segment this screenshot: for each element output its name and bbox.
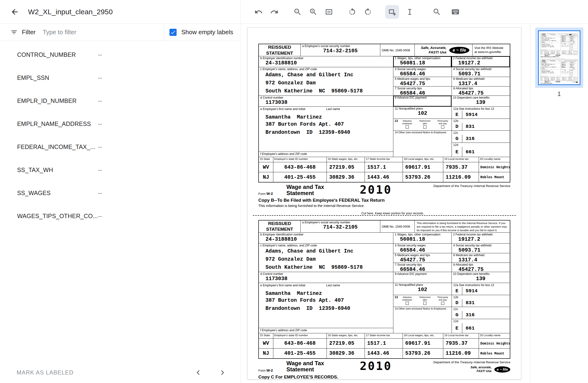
document-page[interactable]: REISSUED STATEMENT a Employee's social s… xyxy=(247,27,521,380)
w2-form-copy: REISSUED STATEMENT a Employee's social s… xyxy=(258,220,510,380)
w2-box-11: 11 Nonqualified plans 102 xyxy=(393,107,452,119)
w2-box-12d: 12d E 661 xyxy=(452,142,510,157)
w2-box-b-value: 24-3188810 xyxy=(260,236,392,242)
label-row-emplr-id-number[interactable]: EMPLR_ID_NUMBER -- xyxy=(0,94,241,117)
keyboard-icon xyxy=(451,8,460,16)
label-list: CONTROL_NUMBER -- EMPL_SSN -- EMPLR_ID_N… xyxy=(0,41,241,362)
w2-box-1-value: 56081.18 xyxy=(395,60,450,66)
thumbnail-panel: REISSUED STATEMENT a Employee's social s… xyxy=(530,24,588,383)
label-row-federal-income-tax[interactable]: FEDERAL_INCOME_TAX_... -- xyxy=(0,140,241,163)
zoom-out-button[interactable] xyxy=(291,5,304,19)
bounding-box-tool-button[interactable] xyxy=(385,5,399,19)
undo-button[interactable] xyxy=(252,5,266,19)
w2-box-3: 3 Social security wages 66584.46 xyxy=(393,243,452,253)
w2-box-12b: 12b D 831 xyxy=(452,295,510,307)
rotate-right-button[interactable] xyxy=(361,5,375,19)
show-empty-labels-control: Show empty labels xyxy=(164,24,241,41)
cut-line: Cut here. Keep lower portion for your re… xyxy=(253,211,516,216)
w2-box-12c: 12c G 316 xyxy=(452,307,510,319)
w2-box-10: 10 Dependent care benefits 139 xyxy=(451,96,510,106)
w2-box-3: 3 Social security wages 66584.46 xyxy=(393,67,452,77)
w2-box-a: a Employee's social security number 714-… xyxy=(300,44,380,56)
label-row-wages-tips-other[interactable]: WAGES_TIPS_OTHER_CO... -- xyxy=(0,209,241,232)
fit-to-page-button[interactable] xyxy=(322,5,336,19)
w2-box-5: 5 Medicare wages and tips 45427.75 xyxy=(393,253,452,262)
chevron-left-icon xyxy=(193,368,203,377)
w2-box-d: d Control number 1173038 xyxy=(259,272,393,283)
w2-footer: Form W-2 Wage and Tax Statement 2010 Dep… xyxy=(258,360,510,373)
rotate-right-icon xyxy=(364,8,372,16)
w2-box-13: 13 Statutory employee Retirement plan xyxy=(393,295,452,307)
text-select-tool-button[interactable] xyxy=(403,5,417,19)
w2-treasury-note: Department of the Treasury–Internal Reve… xyxy=(392,184,510,188)
w2-omb-number: OMB No. 1545-0008 xyxy=(380,44,415,56)
zoom-in-button[interactable] xyxy=(306,5,320,19)
show-empty-labels-checkbox[interactable] xyxy=(169,29,177,36)
show-empty-labels-label: Show empty labels xyxy=(181,28,233,36)
w2-furnishing-notice: This information is being furnished to t… xyxy=(415,221,510,232)
arrow-back-icon xyxy=(10,8,19,16)
w2-box-1: 1 Wages, tips, other compensation 56081.… xyxy=(393,56,451,67)
next-document-button[interactable] xyxy=(218,368,227,377)
w2-form-title: Wage and Tax Statement xyxy=(286,184,324,197)
label-row-control-number[interactable]: CONTROL_NUMBER -- xyxy=(0,48,241,71)
filter-label: Filter xyxy=(22,28,36,36)
label-row-ss-wages[interactable]: SS_WAGES -- xyxy=(0,186,241,209)
w2-state-table-header: 15 State Employer's state ID number 16 S… xyxy=(259,333,510,338)
w2-box-d-value: 1173038 xyxy=(260,276,392,282)
w2-box-a: a Employee's social security number 714-… xyxy=(300,221,380,232)
w2-box-1-value: 56081.18 xyxy=(395,236,450,242)
search-button[interactable] xyxy=(430,5,444,19)
zoom-in-icon xyxy=(309,8,317,16)
page-thumbnail[interactable]: REISSUED STATEMENT a Employee's social s… xyxy=(535,28,583,88)
w2-tax-year: 2010 xyxy=(360,184,392,195)
w2-tax-year: 2010 xyxy=(360,360,392,372)
w2-state-row-2: NJ 401-25-455 30829.36 1443.46 53793.26 … xyxy=(259,348,510,358)
label-row-ss-tax-wh[interactable]: SS_TAX_WH -- xyxy=(0,163,241,186)
w2-retirement-plan: Retirement plan xyxy=(416,119,434,130)
w2-box-12c: 12c G 316 xyxy=(452,131,510,142)
mark-as-labeled-button[interactable]: MARK AS LABELED xyxy=(17,369,73,376)
w2-box-2: 2 Federal income tax withheld 19127.2 xyxy=(451,56,510,67)
w2-box-2: 2 Federal income tax withheld 19127.2 xyxy=(451,233,510,243)
efile-logo: e ~ file xyxy=(494,366,510,373)
fit-icon xyxy=(325,8,333,16)
w2-state-row-2: NJ 401-25-455 30829.36 1443.46 53793.26 … xyxy=(259,172,510,182)
chevron-right-icon xyxy=(218,368,227,377)
back-button[interactable] xyxy=(9,6,21,18)
w2-copy-c-slot: REISSUED STATEMENT a Employee's social s… xyxy=(258,220,510,380)
w2-box-c: c Employer's name, address, and ZIP code… xyxy=(259,67,393,96)
rotate-left-icon xyxy=(348,8,357,16)
w2-box-b: b Employer identification number 24-3188… xyxy=(259,233,393,243)
label-row-empl-ssn[interactable]: EMPL_SSN -- xyxy=(0,71,241,94)
redo-button[interactable] xyxy=(267,5,281,19)
w2-box-2-value: 19127.2 xyxy=(453,60,508,66)
w2-box-f: f Employee's address and ZIP code xyxy=(259,152,393,157)
check-icon xyxy=(170,29,176,35)
w2-box-4: 4 Social security tax withheld 5093.71 xyxy=(452,243,510,253)
w2-box-e: e Employee's first name and initial Last… xyxy=(259,107,393,152)
w2-irs-website-note: Visit the IRS Website at www.irs.gov/efi… xyxy=(472,44,510,56)
keyboard-shortcuts-button[interactable] xyxy=(448,5,462,19)
w2-box-5: 5 Medicare wages and tips 45427.75 xyxy=(393,77,452,86)
w2-statutory-employee: Statutory employee xyxy=(398,119,416,130)
w2-box-7: 7 Social security tips 66584.46 xyxy=(393,86,452,96)
retirement-plan-checkbox xyxy=(423,125,426,129)
w2-box-b: b Employer identification number 24-3188… xyxy=(259,56,393,67)
w2-box-a-value: 714-32-2105 xyxy=(302,224,378,230)
w2-statutory-employee: Statutory employee xyxy=(398,295,416,307)
w2-reissued-statement: REISSUED STATEMENT xyxy=(259,221,300,232)
topbar: W2_XL_input_clean_2950 xyxy=(0,0,588,24)
w2-employee-name: Samantha Martinez xyxy=(260,291,392,297)
statutory-employee-checkbox xyxy=(406,302,409,305)
w2-box-12a: 12a See instructions for box 12 E 5914 xyxy=(452,107,510,119)
filter-bar: Filter Show empty labels xyxy=(0,24,241,41)
rotate-left-button[interactable] xyxy=(345,5,359,19)
label-row-emplr-name-address[interactable]: EMPLR_NAME_ADDRESS -- xyxy=(0,117,241,140)
w2-box-14: 14 Other (see enclosed Notice to Employe… xyxy=(393,307,452,333)
w2-box-8: 8 Allocated tips 45427.75 xyxy=(452,86,510,96)
cut-here-note: Cut here. Keep lower portion for your re… xyxy=(253,211,516,215)
filter-input[interactable] xyxy=(42,28,164,36)
w2-omb-number: OMB No. 1545-0008 xyxy=(380,221,415,232)
previous-document-button[interactable] xyxy=(193,368,203,377)
